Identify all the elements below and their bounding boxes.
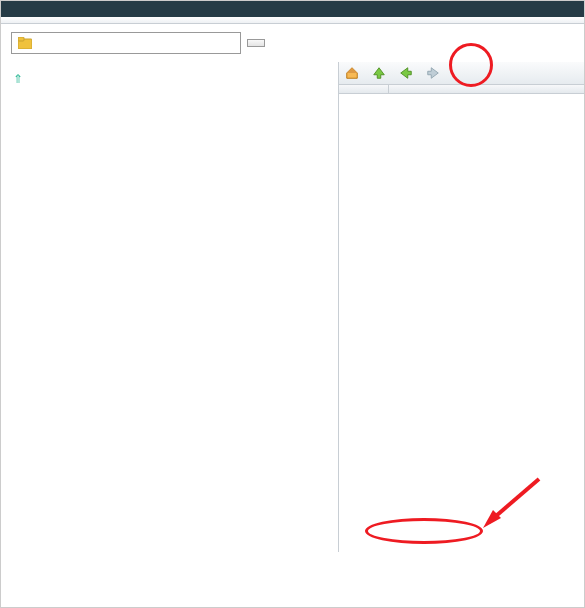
nav-back[interactable] (399, 66, 416, 80)
toolbar (1, 17, 584, 24)
home-icon (345, 66, 359, 80)
right-arrow-icon (426, 66, 440, 80)
path-input[interactable] (36, 36, 234, 50)
left-arrow-icon (399, 66, 413, 80)
nav-forward[interactable] (426, 66, 443, 80)
collapse-arrow-icon: ⇑ (13, 72, 23, 86)
folder-tree (1, 92, 338, 100)
go-button[interactable] (247, 39, 265, 47)
col-name[interactable] (389, 85, 584, 93)
col-icon[interactable] (339, 85, 389, 93)
path-box[interactable] (11, 32, 241, 54)
folder-open-icon (18, 37, 32, 49)
up-arrow-icon (372, 66, 386, 80)
nav-home[interactable] (345, 66, 362, 80)
nav-up[interactable] (372, 66, 389, 80)
collapse-all[interactable]: ⇑ (1, 62, 338, 92)
file-list[interactable] (339, 94, 584, 552)
svg-rect-1 (18, 37, 24, 41)
